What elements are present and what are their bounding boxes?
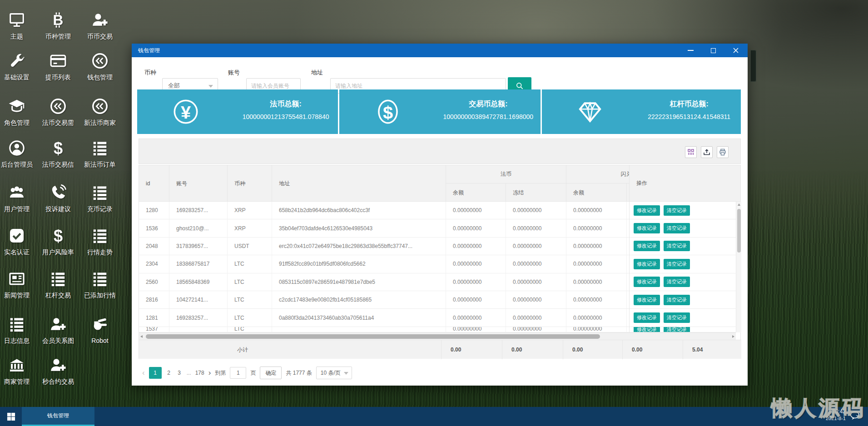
desktop-icon-user-mgmt[interactable]: 用户管理 bbox=[0, 184, 37, 213]
edit-record-button[interactable]: 修改记录 bbox=[634, 327, 660, 332]
cell-address: c2cdc17483e9e00802fb14cf05185865 bbox=[272, 291, 446, 308]
fiat-total-value: 100000001213755481.078840 bbox=[243, 113, 329, 120]
clear-record-button[interactable]: 清空记录 bbox=[664, 312, 690, 323]
page-size-select[interactable]: 10 条/页 bbox=[316, 367, 352, 379]
list-icon bbox=[50, 270, 67, 287]
window-title: 钱包管理 bbox=[138, 47, 160, 54]
desktop-icon-role-mgmt[interactable]: 角色管理 bbox=[0, 98, 37, 127]
cell-flash-balance: 0.00000000 bbox=[566, 309, 627, 326]
desktop-icon-fiat-trade-demand[interactable]: 法币交易需 bbox=[38, 98, 79, 127]
desktop-icon-coin-trade[interactable]: 币币交易 bbox=[79, 11, 120, 41]
cell-currency: LTC bbox=[228, 309, 272, 326]
cell-balance: 0.00000000 bbox=[446, 273, 506, 291]
desktop-icon-added-markets[interactable]: 已添加行情 bbox=[79, 270, 120, 300]
edit-record-button[interactable]: 修改记录 bbox=[634, 277, 660, 287]
clear-record-button[interactable]: 清空记录 bbox=[664, 241, 690, 251]
window-titlebar[interactable]: 钱包管理 bbox=[132, 44, 748, 57]
cell-balance: 0.00000000 bbox=[446, 291, 506, 308]
clear-record-button[interactable]: 清空记录 bbox=[664, 205, 690, 216]
desktop-icon-wallet-mgmt[interactable]: 钱包管理 bbox=[79, 52, 120, 82]
desktop-icon-deposit-records[interactable]: 充币记录 bbox=[79, 184, 120, 213]
cell-address: 35b04ef703dafde4c6126530e4985043 bbox=[272, 219, 446, 237]
list-icon bbox=[91, 227, 109, 244]
desktop-icon-log-info[interactable]: 日志信息 bbox=[0, 316, 37, 345]
clear-record-button[interactable]: 清空记录 bbox=[664, 259, 690, 269]
next-page-button[interactable]: › bbox=[208, 367, 211, 379]
goto-page-input[interactable] bbox=[230, 367, 246, 379]
clear-record-button[interactable]: 清空记录 bbox=[664, 295, 690, 305]
edit-record-button[interactable]: 修改记录 bbox=[634, 312, 660, 323]
taskbar-clock[interactable]: 20:42 2021-8-1 bbox=[813, 408, 846, 425]
wallet-management-window: 钱包管理 币种 全部 账号 地址 法币总额: 10000000121375548… bbox=[132, 44, 748, 386]
trade-coin-total-card: 交易币总额: 100000000389472781.1698000 bbox=[339, 89, 541, 134]
cell-balance: 0.00000000 bbox=[446, 327, 506, 332]
cell-currency: LTC bbox=[228, 327, 272, 332]
confirm-button[interactable]: 确定 bbox=[260, 367, 282, 379]
desktop-icon-kyc[interactable]: 实名认证 bbox=[0, 227, 37, 257]
desktop-icon-currency-mgmt[interactable]: 币种管理 bbox=[38, 11, 79, 41]
page-1-button[interactable]: 1 bbox=[149, 367, 162, 379]
desktop-icon-news-mgmt[interactable]: 新闻管理 bbox=[0, 270, 37, 300]
minimize-button[interactable] bbox=[682, 44, 699, 57]
page-last-button[interactable]: 178 bbox=[195, 370, 204, 376]
cell-balance: 0.00000000 bbox=[446, 202, 506, 219]
desktop-icon-admin-mgmt[interactable]: 后台管理员 bbox=[0, 139, 37, 169]
windows-logo-icon bbox=[7, 412, 15, 421]
desktop-icon-fiat-trade-info[interactable]: 法币交易信 bbox=[38, 139, 79, 169]
vertical-scroll-thumb[interactable] bbox=[737, 209, 741, 253]
diamond-icon bbox=[577, 99, 603, 124]
print-button[interactable] bbox=[717, 146, 729, 158]
vertical-scrollbar[interactable] bbox=[736, 202, 741, 332]
start-button[interactable] bbox=[0, 407, 22, 426]
newspaper-icon bbox=[8, 270, 25, 287]
edit-record-button[interactable]: 修改记录 bbox=[634, 205, 660, 216]
cell-currency: LTC bbox=[228, 273, 272, 291]
clear-record-button[interactable]: 清空记录 bbox=[664, 223, 690, 233]
cell-balance: 0.00000000 bbox=[446, 238, 506, 255]
cell-account: 18565848369 bbox=[169, 273, 228, 291]
page-2-button[interactable]: 2 bbox=[166, 370, 172, 376]
desktop-icon-leverage-trade[interactable]: 杠杆交易 bbox=[38, 270, 79, 300]
desktop-icon-basic-settings[interactable]: 基础设置 bbox=[0, 52, 37, 82]
page-3-button[interactable]: 3 bbox=[176, 370, 183, 376]
page-size-value: 10 条/页 bbox=[321, 370, 341, 376]
taskbar-item-wallet[interactable]: 钱包管理 bbox=[22, 407, 94, 426]
columns-filter-button[interactable] bbox=[685, 146, 697, 158]
clear-record-button[interactable]: 清空记录 bbox=[664, 277, 690, 287]
action-row: 修改记录清空记录 bbox=[630, 219, 736, 237]
edit-record-button[interactable]: 修改记录 bbox=[634, 295, 660, 305]
maximize-button[interactable] bbox=[705, 44, 721, 57]
desktop-icon-theme[interactable]: 主题 bbox=[0, 11, 37, 41]
desktop-icon-market-trend[interactable]: 行情走势 bbox=[79, 227, 120, 257]
columns-icon bbox=[687, 149, 694, 156]
desktop-icon-user-risk[interactable]: 用户风险率 bbox=[38, 227, 79, 257]
desktop-icon-member-graph[interactable]: 会员关系图 bbox=[38, 316, 79, 345]
desktop-icon-label: 币币交易 bbox=[79, 33, 120, 41]
bank-icon bbox=[8, 357, 25, 374]
edit-record-button[interactable]: 修改记录 bbox=[634, 241, 660, 251]
subtotal-balance: 0.00 bbox=[441, 340, 502, 359]
edit-record-button[interactable]: 修改记录 bbox=[634, 259, 660, 269]
prev-page-button[interactable]: ‹ bbox=[142, 367, 145, 379]
desktop-icon-new-fiat-orders[interactable]: 新法币订单 bbox=[79, 139, 120, 169]
edit-record-button[interactable]: 修改记录 bbox=[634, 223, 660, 233]
horizontal-scrollbar[interactable] bbox=[139, 332, 736, 340]
cell-account: 169283257... bbox=[169, 202, 228, 219]
cell-currency: XRP bbox=[228, 202, 272, 219]
horizontal-scroll-thumb[interactable] bbox=[146, 334, 600, 339]
desktop-icon-withdraw-list[interactable]: 提币列表 bbox=[38, 52, 79, 82]
desktop-icon-merchant-mgmt[interactable]: 商家管理 bbox=[0, 357, 37, 386]
close-button[interactable] bbox=[728, 44, 744, 57]
action-row: 修改记录清空记录 bbox=[630, 238, 736, 255]
scroll-right-arrow bbox=[732, 335, 734, 338]
desktop-icon-complaints[interactable]: 投诉建议 bbox=[38, 184, 79, 213]
notification-bubble-icon[interactable] bbox=[849, 410, 860, 421]
export-button[interactable] bbox=[701, 146, 713, 158]
desktop-icon-robot[interactable]: Robot bbox=[79, 316, 120, 344]
subtotal-row: 小计 0.00 0.00 0.00 0.00 5.04 bbox=[139, 340, 741, 359]
clear-record-button[interactable]: 清空记录 bbox=[664, 327, 690, 332]
leverage-coin-total-title: 杠杆币总额: bbox=[648, 99, 730, 109]
desktop-icon-second-contract[interactable]: 秒合约交易 bbox=[38, 357, 79, 386]
goto-label: 到第 bbox=[215, 369, 226, 377]
desktop-icon-new-fiat-merchant[interactable]: 新法币商家 bbox=[79, 98, 120, 127]
